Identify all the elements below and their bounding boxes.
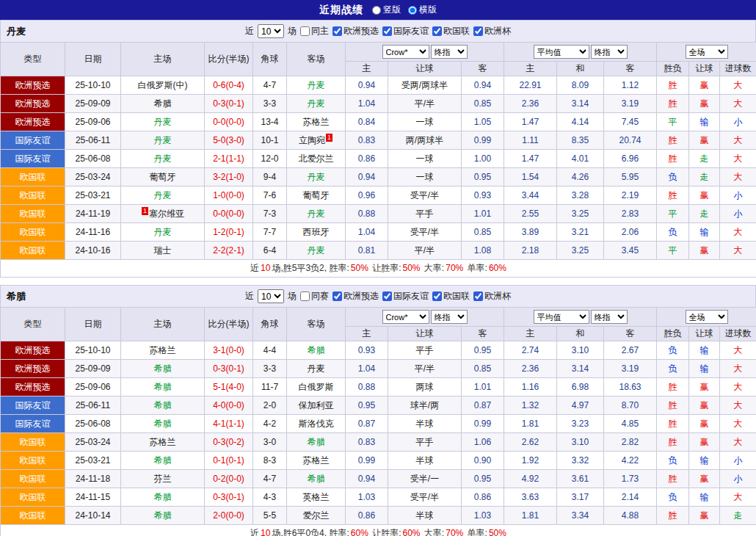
match-row: 欧国联 24-11-19 1塞尔维亚 0-0(0-0) 7-3 丹麦 0.88 …: [1, 205, 756, 223]
average-select[interactable]: 平均值: [534, 310, 589, 324]
competition-filter[interactable]: 欧洲预选: [332, 290, 379, 303]
score-cell: 0-0(0-0): [205, 205, 253, 223]
bookmaker-select[interactable]: Crow*: [382, 310, 429, 324]
date-cell: 25-09-09: [65, 360, 121, 378]
same-checkbox[interactable]: [300, 291, 310, 301]
team-name: 英格兰: [303, 492, 330, 502]
avg-away-cell: 2.14: [604, 488, 657, 507]
layout-option[interactable]: 竖版: [372, 4, 401, 16]
results-table: 类型日期主场比分(半场)角球客场 Crow*终指 平均值终指 全场 主让球客主和…: [0, 42, 756, 278]
scope-select[interactable]: 全场: [686, 310, 728, 324]
odds-home-cell: 1.04: [346, 95, 388, 113]
odds-stage-select[interactable]: 终指: [431, 310, 468, 324]
match-row: 欧国联 24-11-15 希腊 0-3(0-1) 4-3 英格兰 1.03 受平…: [1, 488, 756, 507]
score-cell: 2-1(1-1): [205, 150, 253, 168]
team-name: 希腊: [154, 492, 172, 502]
avg-home-cell: 1.11: [504, 131, 557, 150]
scope-select[interactable]: 全场: [686, 45, 728, 59]
avg-draw-cell: 4.26: [557, 168, 604, 186]
avg-home-cell: 2.18: [504, 242, 557, 260]
competition-label: 国际友谊: [393, 290, 429, 303]
competition-checkbox[interactable]: [473, 26, 483, 36]
avg-home-cell: 4.92: [504, 470, 557, 488]
avg-draw-cell: 3.23: [557, 415, 604, 433]
competition-checkbox[interactable]: [432, 291, 442, 301]
handicap-cell: 平/半: [388, 242, 462, 260]
result-cell-goals: 小: [720, 452, 756, 470]
date-cell: 24-10-14: [65, 507, 121, 525]
home-team-cell: 希腊: [121, 396, 205, 415]
team-name: 白俄罗斯: [299, 382, 334, 392]
avg-draw-cell: 3.32: [557, 452, 604, 470]
home-team-cell: 瑞士: [121, 242, 205, 260]
match-count-select[interactable]: 10: [258, 24, 284, 38]
competition-filter[interactable]: 欧洲预选: [332, 25, 379, 37]
average-select[interactable]: 平均值: [534, 45, 589, 59]
competition-filter[interactable]: 国际友谊: [382, 25, 429, 37]
competition-type-cell: 欧洲预选: [1, 378, 65, 396]
away-team-cell: 苏格兰: [287, 452, 346, 470]
competition-filter[interactable]: 欧洲杯: [473, 290, 511, 303]
result-cell-handicap: 走: [689, 150, 720, 168]
score-cell: 0-3(0-1): [205, 488, 253, 507]
handicap-cell: 两球: [388, 378, 462, 396]
same-checkbox[interactable]: [300, 26, 310, 36]
handicap-cell: 受平/半: [388, 488, 462, 507]
corner-cell: 4-4: [253, 341, 287, 360]
same-filter[interactable]: 同赛: [300, 290, 329, 303]
competition-checkbox[interactable]: [382, 291, 392, 301]
layout-radio[interactable]: [372, 6, 381, 15]
competition-type-cell: 欧洲预选: [1, 76, 65, 95]
avg-draw-cell: 4.14: [557, 113, 604, 131]
same-filter[interactable]: 同主: [300, 25, 329, 37]
odds-away-cell: 0.85: [462, 95, 504, 113]
competition-label: 欧洲杯: [484, 290, 511, 303]
column-header: 客场: [287, 308, 346, 341]
result-cell-goals: 大: [720, 131, 756, 150]
odds-stage-select[interactable]: 终指: [431, 45, 468, 59]
avg-home-cell: 2.36: [504, 95, 557, 113]
competition-checkbox[interactable]: [332, 291, 342, 301]
competition-filter[interactable]: 国际友谊: [382, 290, 429, 303]
home-team-cell: 芬兰: [121, 470, 205, 488]
team-name: 苏格兰: [303, 455, 330, 466]
competition-label: 欧国联: [443, 290, 470, 303]
team-name: 希腊: [154, 400, 172, 410]
bookmaker-select[interactable]: Crow*: [382, 45, 429, 59]
result-cell-handicap: 赢: [689, 433, 720, 452]
avg-away-cell: 7.45: [604, 113, 657, 131]
avg-stage-select[interactable]: 终指: [591, 45, 628, 59]
home-team-cell: 丹麦: [121, 150, 205, 168]
competition-filter[interactable]: 欧洲杯: [473, 25, 511, 37]
result-cell-wdl: 胜: [657, 186, 689, 205]
competition-checkbox[interactable]: [473, 291, 483, 301]
column-header: 主场: [121, 308, 205, 341]
avg-home-cell: 1.81: [504, 507, 557, 525]
avg-stage-select[interactable]: 终指: [591, 310, 628, 324]
home-team-cell: 丹麦: [121, 186, 205, 205]
competition-checkbox[interactable]: [382, 26, 392, 36]
odds-home-cell: 0.93: [346, 341, 388, 360]
avg-draw-cell: 3.25: [557, 242, 604, 260]
avg-draw-cell: 8.09: [557, 76, 604, 95]
team-name: 希腊: [308, 437, 325, 447]
layout-option[interactable]: 横版: [408, 4, 437, 16]
section-header: 丹麦 近 10 场 同主 欧洲预选国际友谊欧国联欧洲杯: [0, 20, 756, 42]
competition-filter[interactable]: 欧国联: [432, 25, 470, 37]
layout-radio[interactable]: [408, 6, 417, 15]
result-cell-handicap: 赢: [689, 76, 720, 95]
home-team-cell: 希腊: [121, 452, 205, 470]
team-name: 葡萄牙: [150, 172, 176, 182]
odds-group-header: Crow*终指: [346, 43, 504, 62]
team-name: 白俄罗斯(中): [138, 80, 188, 90]
result-cell-goals: 小: [720, 186, 756, 205]
competition-type-cell: 欧国联: [1, 507, 65, 525]
competition-checkbox[interactable]: [332, 26, 342, 36]
competition-filter[interactable]: 欧国联: [432, 290, 470, 303]
match-count-select[interactable]: 10: [258, 289, 284, 303]
results-table: 类型日期主场比分(半场)角球客场 Crow*终指 平均值终指 全场 主让球客主和…: [0, 307, 756, 536]
summary-segment: 近: [250, 263, 259, 273]
corner-cell: 4-7: [253, 76, 287, 95]
competition-checkbox[interactable]: [432, 26, 442, 36]
team-name: 希腊: [308, 345, 325, 355]
